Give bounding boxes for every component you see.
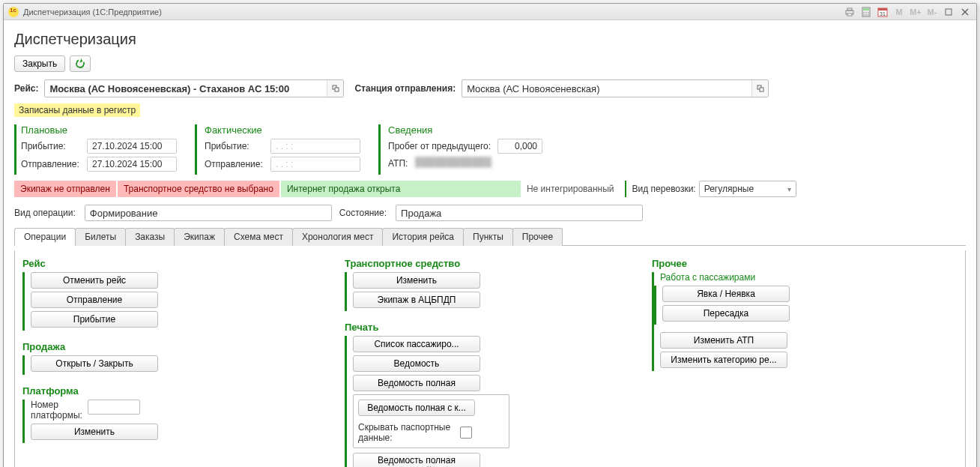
state-field[interactable]: Продажа <box>396 205 643 221</box>
window: Диспетчеризация (1С:Предприятие) 31 M M+… <box>3 3 977 467</box>
window-title: Диспетчеризация (1С:Предприятие) <box>23 7 162 16</box>
route-field[interactable]: Москва (АС Новоясеневская) - Стаханов АС… <box>44 79 344 97</box>
planned-title: Плановые <box>21 124 177 136</box>
tab-points[interactable]: Пункты <box>463 228 513 246</box>
group-vehicle: Изменить Экипаж в АЦБПДП <box>345 272 509 311</box>
planned-column: Плановые Прибытие: 27.10.2024 15:00 Отпр… <box>14 124 187 175</box>
svg-rect-12 <box>878 8 887 10</box>
transport-type-value: Регулярные <box>704 184 754 194</box>
arrival-button[interactable]: Прибытие <box>31 311 158 328</box>
station-field[interactable]: Москва (АС Новоясеневская) <box>462 79 769 97</box>
refresh-button[interactable] <box>70 55 91 72</box>
mileage-field[interactable]: 0,000 <box>497 139 542 154</box>
group-platform-title: Платформа <box>22 385 187 397</box>
group-other: Работа с пассажирами Явка / Неявка Перес… <box>652 272 817 371</box>
tab-other[interactable]: Прочее <box>512 228 563 246</box>
print-passenger-list-button[interactable]: Список пассажиро... <box>353 336 480 352</box>
attendance-button[interactable]: Явка / Неявка <box>662 286 790 302</box>
tab-tickets[interactable]: Билеты <box>75 228 126 246</box>
state-label: Состояние: <box>339 208 387 218</box>
calendar-icon[interactable]: 31 <box>876 6 889 18</box>
transport-type-label: Вид перевозки: <box>632 184 696 194</box>
print-sheet-full-grouped-button[interactable]: Ведомость полная (с группировкой по ста.… <box>353 453 480 467</box>
status-not-integrated: Не интегрированный <box>522 181 619 197</box>
actual-arrival-label: Прибытие: <box>205 141 266 151</box>
tab-crew[interactable]: Экипаж <box>174 228 225 246</box>
sales-toggle-button[interactable]: Открыть / Закрыть <box>31 355 158 372</box>
tab-seat-layout[interactable]: Схема мест <box>224 228 293 246</box>
svg-point-7 <box>868 12 869 13</box>
svg-point-5 <box>863 12 865 13</box>
hide-passport-checkbox[interactable] <box>460 427 472 439</box>
svg-rect-18 <box>335 88 339 91</box>
actual-departure-label: Отправление: <box>205 159 266 169</box>
platform-change-button[interactable]: Изменить <box>31 424 158 440</box>
atp-label: АТП: <box>388 158 411 169</box>
actual-title: Фактические <box>205 124 360 136</box>
print-sheet-button[interactable]: Ведомость <box>353 355 480 372</box>
memory-mminus[interactable]: M- <box>925 6 939 18</box>
tab-seat-history[interactable]: Хронология мест <box>292 228 384 246</box>
print-sheet-full-button[interactable]: Ведомость полная <box>353 375 480 391</box>
tab-operations[interactable]: Операции <box>14 228 76 246</box>
info-column: Сведения Пробег от предыдущего: 0,000 АТ… <box>378 124 553 175</box>
svg-rect-1 <box>847 8 852 10</box>
operation-type-field[interactable]: Формирование <box>85 205 332 221</box>
tab-orders[interactable]: Заказы <box>125 228 175 246</box>
svg-point-9 <box>865 14 867 16</box>
group-other-title: Прочее <box>652 258 817 269</box>
crew-acbpdp-button[interactable]: Экипаж в АЦБПДП <box>353 292 480 308</box>
station-picker-icon[interactable] <box>751 80 768 97</box>
print-sheet-full-grouped-l1: Ведомость полная <box>378 456 456 466</box>
print-icon[interactable] <box>843 6 856 18</box>
status-vehicle-not-selected: Транспортное средство не выбрано <box>118 181 279 197</box>
highlight-message: Записаны данные в регистр <box>14 103 140 117</box>
transfer-button[interactable]: Пересадка <box>662 305 790 322</box>
tab-trip-history[interactable]: История рейса <box>382 228 464 246</box>
calculator-icon[interactable] <box>859 6 873 18</box>
page-title: Диспетчеризация <box>14 31 966 48</box>
svg-rect-14 <box>946 9 952 15</box>
maximize-icon[interactable] <box>942 6 955 18</box>
svg-rect-20 <box>760 88 763 91</box>
group-print: Список пассажиро... Ведомость Ведомость … <box>345 336 509 467</box>
route-label: Рейс: <box>14 83 38 94</box>
info-title: Сведения <box>388 124 542 136</box>
transport-type-select[interactable]: Регулярные ▾ <box>699 181 796 197</box>
group-sales: Открыть / Закрыть <box>22 355 187 375</box>
atp-value-blurred: ████████████ <box>415 157 497 170</box>
print-sheet-full-k-button[interactable]: Ведомость полная с к... <box>358 400 475 416</box>
actual-arrival-field[interactable]: . . : : <box>270 139 360 154</box>
route-picker-icon[interactable] <box>327 80 343 97</box>
svg-point-10 <box>868 14 869 16</box>
hide-passport-label: Скрывать паспортные данные: <box>358 422 456 443</box>
planned-departure-field[interactable]: 27.10.2024 15:00 <box>87 157 177 172</box>
group-vehicle-title: Транспортное средство <box>345 258 509 269</box>
group-passengers: Явка / Неявка Пересадка <box>654 286 817 325</box>
svg-point-6 <box>865 12 867 13</box>
close-button[interactable]: Закрыть <box>14 55 65 72</box>
svg-rect-2 <box>847 13 852 16</box>
platform-number-label: Номер платформы: <box>31 400 83 421</box>
cancel-trip-button[interactable]: Отменить рейс <box>31 272 158 289</box>
departure-button[interactable]: Отправление <box>31 292 158 308</box>
memory-m[interactable]: M <box>892 6 906 18</box>
close-icon[interactable] <box>958 6 972 18</box>
actual-departure-field[interactable]: . . : : <box>270 157 360 172</box>
operations-panel: Рейс Отменить рейс Отправление Прибытие … <box>14 250 966 467</box>
status-internet-sales-open: Интернет продажа открыта <box>281 181 521 197</box>
group-trip: Отменить рейс Отправление Прибытие <box>22 272 187 331</box>
change-atp-button[interactable]: Изменить АТП <box>660 332 787 349</box>
planned-arrival-field[interactable]: 27.10.2024 15:00 <box>87 139 177 154</box>
platform-number-field[interactable] <box>88 400 140 415</box>
titlebar: Диспетчеризация (1С:Предприятие) 31 M M+… <box>4 4 976 20</box>
planned-departure-label: Отправление: <box>21 159 82 169</box>
svg-text:31: 31 <box>880 11 886 16</box>
change-category-button[interactable]: Изменить категорию ре... <box>660 352 787 368</box>
memory-mplus[interactable]: M+ <box>909 6 922 18</box>
status-crew-not-sent: Экипаж не отправлен <box>14 181 116 197</box>
vehicle-change-button[interactable]: Изменить <box>353 272 480 289</box>
content: Диспетчеризация Закрыть Рейс: Москва (АС… <box>4 20 976 467</box>
operation-type-label: Вид операции: <box>14 208 76 218</box>
refresh-icon <box>75 58 86 69</box>
